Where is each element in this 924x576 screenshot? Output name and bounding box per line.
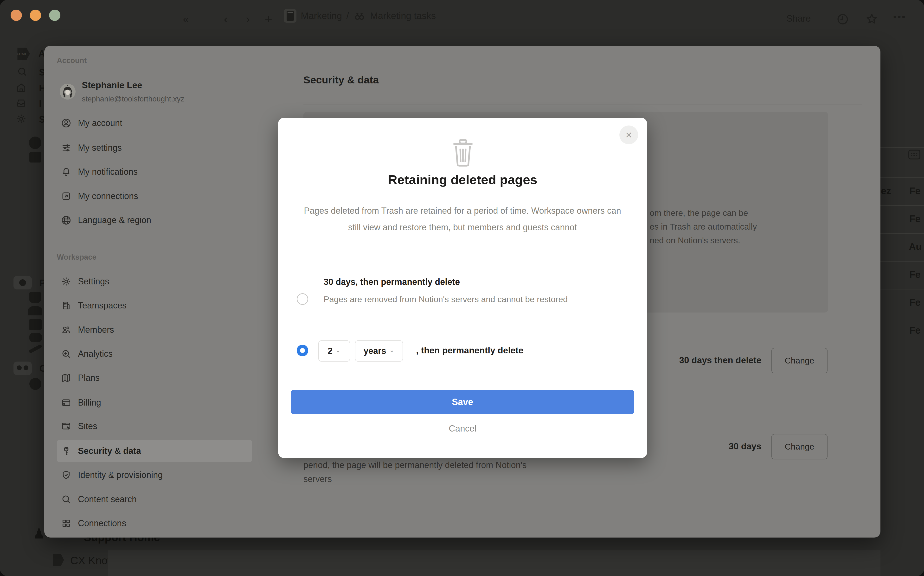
close-icon[interactable]: ×	[619, 125, 638, 144]
sidebar-item-connections[interactable]: Connections	[57, 512, 252, 534]
cancel-button[interactable]: Cancel	[278, 424, 647, 434]
people-tile-icon[interactable]	[13, 362, 32, 375]
flower-tile-icon[interactable]	[13, 276, 32, 290]
sidebar-item-plans[interactable]: Plans	[57, 367, 252, 389]
eightball-page-icon[interactable]	[29, 136, 42, 149]
sidebar-item-my-connections[interactable]: My connections	[57, 185, 252, 207]
sidebar-item-members[interactable]: Members	[57, 319, 252, 341]
clock-icon[interactable]	[836, 13, 849, 26]
mailbox-page-icon[interactable]	[29, 333, 42, 342]
breadcrumb-item-marketing[interactable]: Marketing	[301, 11, 342, 21]
sidebar-item-label: My notifications	[78, 167, 138, 177]
workspace-section-label: Workspace	[57, 253, 96, 262]
nav-forward-icon[interactable]: ›	[246, 12, 250, 26]
cardbox-page-icon[interactable]	[29, 319, 42, 330]
traffic-zoom-button[interactable]	[49, 10, 60, 21]
book-page-icon[interactable]	[29, 152, 42, 163]
sidebar-item-billing[interactable]: Billing	[57, 392, 252, 414]
save-button[interactable]: Save	[291, 390, 634, 414]
retention-modal: × Retaining deleted pages Pages deleted …	[278, 118, 647, 458]
breadcrumb: Marketing / Marketing tasks	[284, 9, 436, 22]
sidebar-item-label: Plans	[78, 373, 99, 383]
option-30-days-label[interactable]: 30 days, then permanently delete	[324, 277, 460, 287]
inbox-icon[interactable]	[15, 97, 27, 109]
traffic-minimize-button[interactable]	[30, 10, 41, 21]
share-button[interactable]: Share	[786, 13, 811, 24]
sidebar-item-identity-provisioning[interactable]: Identity & provisioning	[57, 464, 252, 486]
bridge-page-icon[interactable]	[28, 306, 42, 315]
table-cell-name-fragment: ez	[881, 186, 891, 197]
shield-check-icon	[61, 469, 72, 480]
retention-change-button[interactable]: Change	[772, 348, 828, 373]
table-cell-date: Fe	[909, 269, 921, 280]
sidebar-item-my-settings[interactable]: My settings	[57, 137, 252, 159]
nav-back-icon[interactable]: ‹	[224, 12, 228, 26]
workspace-logo[interactable]: ACME	[14, 48, 30, 60]
trash-icon	[451, 139, 475, 167]
divider	[303, 105, 862, 105]
sidebar-item-content-search[interactable]: Content search	[57, 488, 252, 510]
sidebar-item-security-data[interactable]: Security & data	[57, 440, 252, 462]
account-section-label: Account	[57, 56, 87, 65]
app-window: « ‹ › + Marketing / Marketing tasks Shar…	[0, 0, 924, 576]
sidebar-item-analytics[interactable]: Analytics	[57, 343, 252, 365]
radio-custom-period[interactable]	[297, 345, 308, 356]
gear-icon	[61, 276, 72, 287]
sliders-icon	[61, 142, 72, 154]
wand-page-icon[interactable]	[28, 344, 42, 354]
sidebar-item-label: Sites	[78, 421, 97, 431]
page-title: Security & data	[303, 74, 379, 86]
new-page-icon[interactable]: +	[265, 11, 273, 26]
magnifier-sparkle-icon	[61, 348, 72, 359]
breadcrumb-item-marketing-tasks[interactable]: Marketing tasks	[370, 11, 436, 21]
home-icon[interactable]	[15, 82, 27, 93]
sidebar-item-teamspaces[interactable]: Teamspaces	[57, 294, 252, 317]
modal-title: Retaining deleted pages	[278, 172, 647, 187]
sidebar-item-label: Billing	[78, 398, 101, 408]
avatar	[60, 84, 75, 99]
radio-30-days[interactable]	[297, 293, 308, 305]
table-cell-date: Fe	[909, 297, 921, 308]
kb-logo-icon	[50, 554, 64, 566]
breadcrumb-divider: /	[346, 11, 349, 21]
bell-icon	[61, 166, 72, 178]
sidebar-item-label: Connections	[78, 518, 126, 528]
sidebar-item-language-region[interactable]: Language & region	[57, 209, 252, 231]
table-cell-date: Fe	[909, 213, 921, 224]
user-name: Stephanie Lee	[82, 80, 142, 90]
plant-page-icon[interactable]	[29, 292, 42, 303]
page-icon	[284, 9, 297, 22]
sidebar-item-my-notifications[interactable]: My notifications	[57, 161, 252, 183]
info-box-text-fragment: om there, the page can be	[650, 208, 748, 218]
grid-icon	[61, 518, 72, 529]
sidebar-item-label: Analytics	[78, 349, 112, 359]
search-icon[interactable]	[16, 66, 28, 77]
key-icon	[61, 445, 72, 456]
option-30-days-sub: Pages are removed from Notion's servers …	[324, 292, 600, 306]
sidebar-item-my-account[interactable]: My account	[57, 112, 252, 134]
settings-gear-icon[interactable]	[15, 113, 27, 125]
unit-dropdown[interactable]: years⌄	[355, 341, 403, 362]
user-email: stephanie@toolsforthought.xyz	[82, 95, 184, 103]
number-dropdown[interactable]: 2⌄	[318, 341, 350, 362]
traffic-close-button[interactable]	[11, 10, 22, 21]
people-icon	[61, 324, 72, 335]
trash-change-button[interactable]: Change	[772, 434, 828, 459]
sidebar-item-label: Settings	[78, 277, 109, 286]
sidebar-item-sites[interactable]: Sites	[57, 415, 252, 437]
box-arrow-icon	[61, 190, 72, 202]
more-options-icon[interactable]: •••	[893, 11, 906, 22]
sidebar-item-label: Teamspaces	[78, 301, 127, 310]
favorite-star-icon[interactable]	[865, 12, 879, 26]
binoculars-icon	[353, 10, 366, 22]
face-page-icon[interactable]	[29, 378, 42, 390]
sidebar-item-label: Members	[78, 325, 114, 335]
sidebar-collapse-icon[interactable]: «	[183, 13, 189, 26]
search-icon	[61, 494, 72, 505]
map-icon	[61, 372, 72, 384]
sidebar-item-label: My settings	[78, 143, 122, 153]
table-cell-date: Au	[909, 242, 922, 252]
person-circle-icon	[61, 118, 72, 129]
sidebar-item-settings[interactable]: Settings	[57, 270, 252, 293]
content-band	[108, 550, 881, 576]
